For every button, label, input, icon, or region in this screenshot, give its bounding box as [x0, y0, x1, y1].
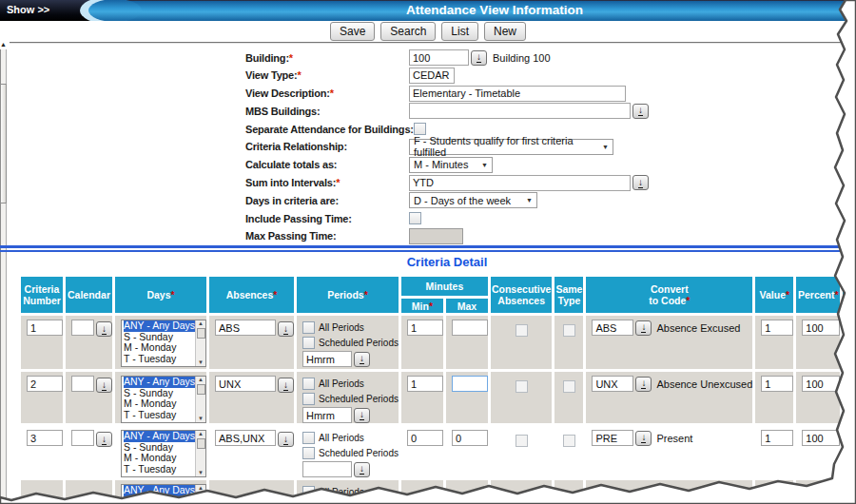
calendar-lookup-button[interactable]: ↓ [96, 321, 112, 337]
criteria-relationship-select[interactable]: F - Students qualify for first criteria … [409, 139, 613, 155]
scheduled-periods-checkbox[interactable] [302, 337, 315, 349]
convert-code-input[interactable] [592, 376, 633, 392]
view-description-input[interactable] [409, 86, 626, 102]
all-periods-checkbox[interactable] [302, 432, 315, 444]
calendar-lookup-button[interactable]: ↓ [96, 378, 112, 393]
value-input[interactable] [761, 430, 793, 446]
mbs-buildings-lookup-button[interactable]: ↓ [632, 104, 649, 119]
calculate-totals-select[interactable]: M - Minutes▼ [409, 157, 493, 173]
scheduled-periods-checkbox[interactable] [302, 447, 315, 459]
absences-lookup-button[interactable]: ↓ [278, 321, 294, 337]
max-passing-label: Max Passing Time: [245, 230, 409, 242]
calendar-input[interactable] [71, 376, 94, 392]
criteria-number-input[interactable] [27, 320, 63, 336]
all-periods-checkbox[interactable] [302, 378, 315, 390]
period-input[interactable] [302, 461, 352, 477]
building-input[interactable] [409, 49, 469, 66]
percent-input[interactable] [802, 376, 840, 392]
convert-code-input[interactable] [592, 320, 633, 336]
same-type-checkbox [563, 435, 575, 447]
list-item[interactable]: ANY - Any Days [124, 485, 195, 496]
scroll-up-icon[interactable]: ▲ [0, 41, 7, 48]
scroll-up-icon[interactable]: ▲ [198, 431, 204, 437]
list-button[interactable]: List [441, 22, 478, 41]
list-item[interactable]: S - Sunday [124, 496, 195, 504]
days-listbox[interactable]: ANY - Any Days S - Sunday M - Monday T -… [121, 430, 206, 477]
period-lookup-button[interactable]: ↓ [354, 408, 370, 423]
scrollbar-thumb[interactable] [0, 84, 7, 204]
new-button[interactable]: New [484, 22, 526, 41]
list-item[interactable]: M - Monday [124, 453, 195, 464]
convert-code-lookup-button[interactable]: ↓ [635, 320, 652, 336]
days-listbox[interactable]: ANY - Any Days S - Sunday M - Monday T -… [121, 320, 206, 367]
percent-input[interactable] [802, 430, 840, 446]
show-menu-toggle[interactable]: Show >> [7, 4, 49, 15]
list-item[interactable]: ANY - Any Days [124, 320, 195, 332]
max-input[interactable] [452, 320, 488, 336]
mbs-buildings-input[interactable] [409, 103, 631, 119]
scroll-thumb[interactable] [197, 328, 205, 339]
days-listbox[interactable]: ANY - Any Days S - Sunday M - Monday T -… [121, 484, 206, 504]
percent-input[interactable] [802, 320, 840, 336]
min-input[interactable] [407, 320, 443, 336]
view-type-input[interactable] [409, 68, 455, 84]
absences-lookup-button[interactable]: ↓ [278, 378, 294, 393]
criteria-number-input[interactable] [27, 430, 63, 446]
listbox-scrollbar[interactable]: ▲ ▼ [195, 377, 205, 422]
building-lookup-button[interactable]: ↓ [471, 50, 487, 66]
separate-attendance-checkbox[interactable] [414, 123, 426, 135]
scroll-down-icon[interactable]: ▼ [198, 359, 204, 366]
list-item[interactable]: T - Tuesday [124, 354, 195, 365]
save-button[interactable]: Save [330, 22, 375, 41]
scroll-up-icon[interactable]: ▲ [198, 320, 204, 327]
absences-lookup-button[interactable]: ↓ [278, 432, 294, 447]
list-item[interactable]: ANY - Any Days [124, 377, 195, 388]
scroll-up-icon[interactable]: ▲ [198, 377, 204, 383]
include-passing-checkbox[interactable] [409, 212, 421, 224]
period-lookup-button[interactable]: ↓ [354, 352, 370, 367]
scroll-thumb[interactable] [197, 493, 205, 503]
left-scrollbar[interactable] [0, 49, 7, 504]
value-input[interactable] [761, 376, 793, 392]
listbox-scrollbar[interactable]: ▲ ▼ [195, 485, 205, 504]
list-item[interactable]: ANY - Any Days [124, 431, 195, 442]
list-item[interactable]: M - Monday [124, 342, 195, 354]
max-input[interactable] [452, 430, 488, 446]
all-periods-checkbox[interactable] [302, 486, 315, 498]
scroll-thumb[interactable] [197, 438, 205, 449]
listbox-scrollbar[interactable]: ▲ ▼ [195, 320, 205, 366]
search-button[interactable]: Search [380, 22, 436, 41]
convert-code-lookup-button[interactable]: ↓ [635, 431, 652, 446]
criteria-number-input[interactable] [27, 376, 63, 392]
days-in-criteria-select[interactable]: D - Days of the week▼ [409, 192, 537, 208]
list-item[interactable]: M - Monday [124, 398, 195, 410]
calendar-lookup-button[interactable]: ↓ [96, 432, 112, 447]
absences-input[interactable] [215, 320, 276, 336]
scheduled-periods-checkbox[interactable] [302, 393, 315, 405]
min-input[interactable] [407, 376, 443, 392]
calendar-input[interactable] [71, 430, 94, 446]
absences-input[interactable] [215, 430, 276, 446]
all-periods-checkbox[interactable] [302, 321, 315, 334]
scroll-down-icon[interactable]: ▼ [198, 416, 204, 422]
sum-intervals-lookup-button[interactable]: ↓ [632, 175, 649, 190]
scroll-thumb[interactable] [197, 384, 205, 395]
min-input[interactable] [407, 430, 443, 446]
sum-intervals-input[interactable] [409, 175, 631, 191]
period-lookup-button[interactable]: ↓ [354, 462, 370, 477]
period-input[interactable] [302, 351, 352, 367]
absences-input[interactable] [215, 376, 276, 392]
value-input[interactable] [761, 320, 793, 336]
scroll-down-icon[interactable]: ▼ [198, 470, 204, 476]
crescent-logo-inner [88, 0, 142, 21]
days-listbox[interactable]: ANY - Any Days S - Sunday M - Monday T -… [121, 376, 206, 423]
convert-code-input[interactable] [592, 430, 633, 446]
list-item[interactable]: T - Tuesday [124, 410, 195, 421]
max-input[interactable] [452, 376, 488, 392]
scroll-up-icon[interactable]: ▲ [198, 485, 204, 492]
convert-code-lookup-button[interactable]: ↓ [635, 377, 652, 392]
listbox-scrollbar[interactable]: ▲ ▼ [195, 431, 205, 476]
calendar-input[interactable] [71, 320, 94, 336]
list-item[interactable]: T - Tuesday [124, 464, 195, 475]
period-input[interactable] [302, 407, 352, 423]
